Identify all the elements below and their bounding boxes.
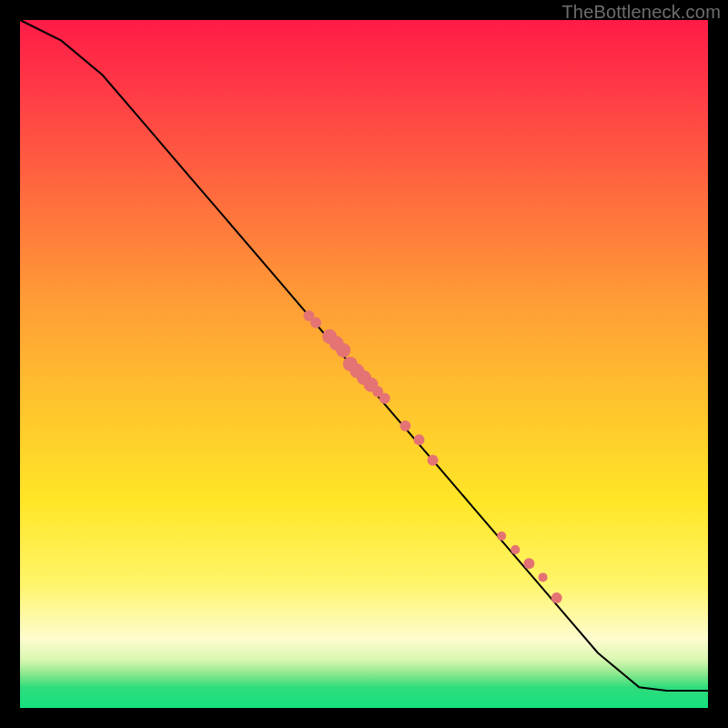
data-point (551, 592, 562, 603)
data-point (497, 531, 506, 541)
points-group (304, 310, 562, 603)
data-point (523, 558, 534, 569)
curve-path (20, 20, 708, 691)
chart-svg (20, 20, 708, 708)
data-point (428, 455, 439, 466)
data-point (310, 318, 321, 329)
watermark-text: TheBottleneck.com (561, 2, 721, 23)
data-point (379, 393, 390, 404)
data-point (511, 545, 520, 554)
chart-frame: TheBottleneck.com (0, 0, 728, 728)
plot-area (20, 20, 708, 708)
data-point (539, 572, 548, 581)
data-point (414, 434, 425, 445)
data-point (399, 420, 410, 431)
data-point (336, 343, 350, 358)
